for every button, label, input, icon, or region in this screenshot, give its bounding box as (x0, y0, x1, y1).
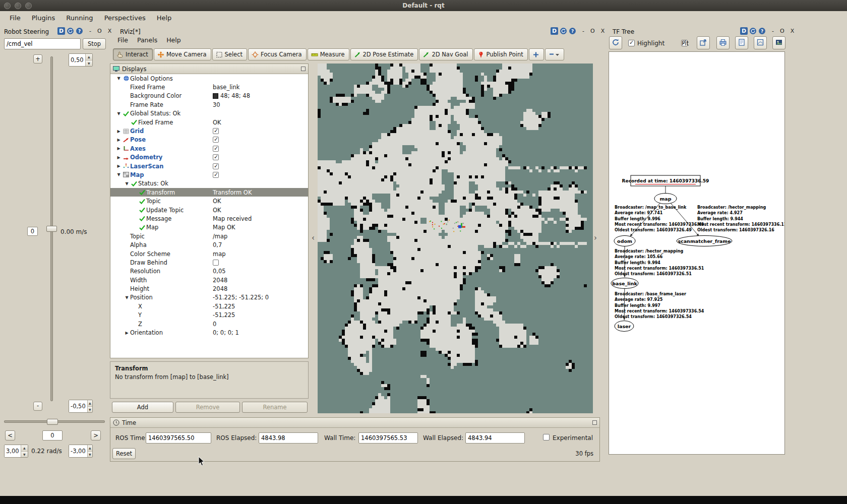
ros-elapsed-input[interactable] (259, 432, 318, 444)
enable-checkbox-checked[interactable] (213, 154, 219, 160)
detach-button[interactable] (697, 36, 710, 49)
display-row-grid[interactable]: ▶Grid (110, 127, 308, 135)
property-value-cell[interactable]: Transform OK (211, 189, 308, 196)
display-row-y[interactable]: Y-51,225 (110, 311, 308, 320)
remove-display-button[interactable]: Remove (175, 402, 240, 413)
menu-perspectives[interactable]: Perspectives (99, 12, 151, 24)
tool-publish-point-button[interactable]: Publish Point (474, 48, 528, 60)
property-value-cell[interactable] (211, 172, 308, 178)
property-value-cell[interactable]: OK (211, 207, 308, 214)
collapse-arrow-icon[interactable]: ▼ (115, 76, 122, 81)
spin-arrows[interactable]: ▲▼ (21, 445, 28, 457)
collapse-right-splitter[interactable]: › (594, 233, 597, 242)
panel-float-button[interactable] (592, 420, 597, 425)
dock-minimize-button[interactable]: - (772, 28, 774, 34)
display-row-position[interactable]: ▼Position-51.225; -51.225; 0 (110, 293, 308, 302)
enable-checkbox-unchecked[interactable] (213, 260, 219, 266)
property-value-cell[interactable]: /map (211, 233, 308, 240)
property-value-cell[interactable]: OK (211, 198, 308, 205)
property-value-cell[interactable]: 0 (211, 321, 308, 328)
refresh-button[interactable] (609, 36, 622, 49)
display-row-x[interactable]: X-51,225 (110, 302, 308, 310)
display-row-topic[interactable]: TopicOK (110, 197, 308, 205)
spin-up-icon[interactable]: ▲ (21, 445, 28, 451)
spin-down-icon[interactable]: ▼ (88, 406, 92, 413)
property-value-cell[interactable]: -51,225 (211, 303, 308, 310)
display-row-pose[interactable]: ▶Pose (110, 136, 308, 144)
display-row-color-scheme[interactable]: Color Schememap (110, 249, 308, 258)
tool-2d-nav-goal-button[interactable]: 2D Nav Goal (419, 48, 472, 60)
angular-slider-handle[interactable] (47, 419, 58, 425)
tool-select-button[interactable]: Select (212, 48, 247, 60)
dock-close-button[interactable]: X (108, 28, 112, 34)
cmd-vel-topic-input[interactable] (4, 38, 81, 49)
tool-measure-button[interactable]: Measure (308, 48, 349, 60)
property-value-cell[interactable]: -51.225; -51.225; 0 (211, 294, 308, 301)
save-dot-button[interactable] (735, 36, 748, 49)
angular-max-spinbox[interactable]: 3,00 ▲▼ (4, 445, 28, 458)
tool-interact-button[interactable]: Interact (113, 48, 153, 60)
display-row-draw-behind[interactable]: Draw Behind (110, 258, 308, 267)
help-icon[interactable]: ? (758, 27, 766, 35)
wall-time-input[interactable] (358, 432, 418, 444)
reload-icon[interactable] (67, 27, 74, 35)
displays-panel-header[interactable]: Displays (110, 64, 308, 74)
tool-2d-pose-estimate-button[interactable]: 2D Pose Estimate (350, 48, 418, 60)
help-icon[interactable]: ? (569, 27, 576, 35)
property-value-cell[interactable]: -51,225 (211, 311, 308, 319)
tool-focus-camera-button[interactable]: Focus Camera (248, 48, 307, 60)
property-value-cell[interactable]: 30 (211, 101, 308, 108)
highlight-checkbox[interactable] (628, 40, 635, 46)
dock-maximize-button[interactable]: O (780, 28, 784, 34)
add-display-button[interactable]: Add (112, 402, 173, 413)
display-row-global-options[interactable]: ▼Global Options (110, 74, 308, 83)
display-row-orientation[interactable]: ▶Orientation0; 0; 0; 1 (110, 328, 308, 337)
enable-checkbox-checked[interactable] (213, 163, 219, 169)
reload-icon[interactable] (749, 27, 757, 35)
time-panel-header[interactable]: Time (110, 418, 599, 428)
angular-max-value[interactable]: 3,00 (5, 445, 21, 457)
spin-up-icon[interactable]: ▲ (86, 54, 92, 60)
enable-checkbox-checked[interactable] (213, 146, 219, 152)
display-row-background-color[interactable]: Background Color48; 48; 48 (110, 92, 308, 100)
display-row-resolution[interactable]: Resolution0,05 (110, 267, 308, 276)
property-value-cell[interactable]: map (211, 250, 308, 258)
menu-plugins[interactable]: Plugins (26, 12, 61, 24)
collapse-left-splitter[interactable]: ‹ (312, 233, 315, 242)
linear-min-value[interactable]: -0,50 (69, 400, 87, 412)
experimental-checkbox[interactable] (543, 434, 550, 440)
display-row-width[interactable]: Width2048 (110, 276, 308, 284)
collapse-arrow-icon[interactable]: ▼ (124, 295, 130, 300)
dock-maximize-button[interactable]: O (590, 28, 595, 34)
print-button[interactable] (716, 36, 730, 49)
menu-file[interactable]: File (4, 12, 26, 24)
spin-arrows[interactable]: ▲▼ (85, 54, 92, 66)
spin-down-icon[interactable]: ▼ (86, 60, 92, 67)
angular-min-value[interactable]: -3,00 (69, 445, 87, 457)
spin-down-icon[interactable]: ▼ (88, 451, 92, 458)
rename-display-button[interactable]: Rename (242, 402, 308, 413)
ros-time-input[interactable] (146, 432, 211, 444)
dock-d-icon[interactable]: D (740, 27, 748, 35)
menu-running[interactable]: Running (60, 12, 98, 24)
angular-min-spinbox[interactable]: -3,00 ▲▼ (69, 445, 93, 458)
enable-checkbox-checked[interactable] (213, 172, 219, 178)
spin-arrows[interactable]: ▲▼ (87, 400, 92, 412)
display-row-height[interactable]: Height2048 (110, 284, 308, 293)
dock-close-button[interactable]: X (791, 28, 795, 34)
spin-arrows[interactable]: ▲▼ (87, 445, 92, 457)
rviz-3d-view[interactable] (318, 64, 593, 413)
stop-button[interactable]: Stop (83, 38, 106, 49)
display-row-message[interactable]: MessageMap received (110, 214, 308, 223)
property-value-cell[interactable] (211, 154, 308, 160)
display-row-odometry[interactable]: ▶Odometry (110, 153, 308, 162)
save-svg-button[interactable] (754, 36, 767, 49)
linear-min-spinbox[interactable]: -0,50 ▲▼ (69, 400, 93, 413)
expand-arrow-icon[interactable]: ▶ (115, 146, 122, 151)
display-row-frame-rate[interactable]: Frame Rate30 (110, 100, 308, 109)
save-image-button[interactable] (772, 36, 785, 49)
display-row-fixed-frame[interactable]: Fixed FrameOK (110, 118, 308, 127)
spin-up-icon[interactable]: ▲ (88, 400, 92, 406)
property-value-cell[interactable]: 2048 (211, 285, 308, 292)
property-value-cell[interactable]: base_link (211, 84, 308, 91)
